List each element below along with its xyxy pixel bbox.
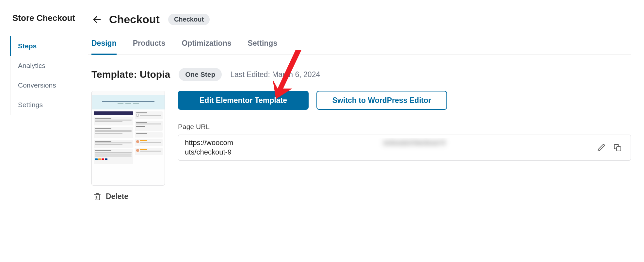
template-name: Template: Utopia xyxy=(91,69,170,80)
sidebar-item-conversions[interactable]: Conversions xyxy=(10,75,88,95)
copy-url-button[interactable] xyxy=(611,141,624,154)
trash-icon xyxy=(93,192,101,201)
copy-icon xyxy=(614,143,621,152)
template-actions-column: Edit Elementor Template Switch to WordPr… xyxy=(178,91,631,161)
page-url-text: https://woocomeckouts/checkout-9 uts/che… xyxy=(185,138,591,157)
sidebar-title: Store Checkout xyxy=(10,13,88,23)
edit-url-button[interactable] xyxy=(595,141,608,154)
tab-settings[interactable]: Settings xyxy=(248,39,277,55)
tab-optimizations[interactable]: Optimizations xyxy=(182,39,231,55)
button-row: Edit Elementor Template Switch to WordPr… xyxy=(178,91,631,110)
edit-elementor-button[interactable]: Edit Elementor Template xyxy=(178,91,309,110)
last-edited: Last Edited: March 6, 2024 xyxy=(230,70,320,79)
page-url-box: https://woocomeckouts/checkout-9 uts/che… xyxy=(178,135,631,161)
template-thumbnail[interactable] xyxy=(91,91,165,186)
page-title: Checkout xyxy=(109,13,160,26)
delete-label: Delete xyxy=(106,192,128,201)
template-info-row: Template: Utopia One Step Last Edited: M… xyxy=(88,68,631,81)
url-redaction xyxy=(235,138,575,157)
content-grid: Delete Edit Elementor Template Switch to… xyxy=(88,91,631,201)
svg-rect-3 xyxy=(617,147,621,151)
sidebar-item-settings[interactable]: Settings xyxy=(10,95,88,115)
sidebar: Store Checkout Steps Analytics Conversio… xyxy=(0,0,88,262)
page-header: Checkout Checkout xyxy=(88,13,631,26)
tab-products[interactable]: Products xyxy=(133,39,166,55)
delete-button[interactable]: Delete xyxy=(91,192,165,201)
step-type-badge: Checkout xyxy=(168,14,210,25)
main-content: Checkout Checkout Design Products Optimi… xyxy=(88,0,644,262)
layout-pill: One Step xyxy=(179,68,222,81)
switch-wordpress-button[interactable]: Switch to WordPress Editor xyxy=(316,91,447,110)
page-url-section: Page URL https://woocomeckouts/checkout-… xyxy=(178,123,631,161)
back-button[interactable] xyxy=(91,14,103,25)
tabs: Design Products Optimizations Settings xyxy=(88,39,631,55)
sidebar-nav: Steps Analytics Conversions Settings xyxy=(10,36,88,115)
tab-design[interactable]: Design xyxy=(91,39,117,55)
arrow-left-icon xyxy=(92,15,102,25)
template-preview-column: Delete xyxy=(91,91,165,201)
pencil-icon xyxy=(597,144,605,152)
sidebar-item-analytics[interactable]: Analytics xyxy=(10,56,88,75)
page-url-label: Page URL xyxy=(178,123,631,131)
sidebar-item-steps[interactable]: Steps xyxy=(10,36,88,56)
